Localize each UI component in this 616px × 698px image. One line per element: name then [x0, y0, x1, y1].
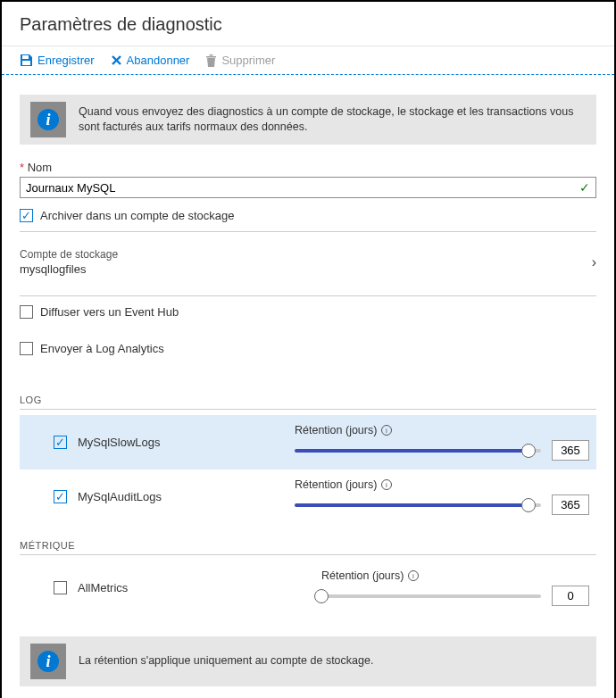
log-row: ✓ MySqlAuditLogs Rétention (jours) i	[20, 469, 596, 524]
retention-slider[interactable]	[321, 594, 541, 598]
trash-icon	[205, 54, 217, 67]
discard-label: Abandonner	[127, 54, 190, 67]
toolbar: Enregistrer Abandonner Supprimer	[2, 46, 614, 75]
metric-section-header: MÉTRIQUE	[20, 540, 596, 555]
retention-label: Rétention (jours) i	[321, 569, 589, 582]
log-row: ✓ MySqlSlowLogs Rétention (jours) i	[20, 415, 596, 469]
storage-account-row[interactable]: Compte de stockage mysqllogfiles ›	[20, 241, 596, 287]
page-title: Paramètres de diagnostic	[20, 14, 596, 35]
delete-button[interactable]: Supprimer	[205, 54, 275, 67]
loganalytics-checkbox[interactable]	[20, 342, 33, 355]
discard-button[interactable]: Abandonner	[111, 54, 190, 67]
svg-text:i: i	[387, 481, 388, 489]
info-banner: i Quand vous envoyez des diagnostics à u…	[20, 95, 596, 145]
log-name: MySqlAuditLogs	[78, 490, 162, 503]
metric-name: AllMetrics	[78, 581, 128, 594]
valid-check-icon: ✓	[579, 180, 590, 195]
retention-input[interactable]	[552, 440, 589, 461]
loganalytics-label: Envoyer à Log Analytics	[40, 342, 164, 355]
footer-banner-text: La rétention s'applique uniquement au co…	[79, 653, 373, 669]
storage-value: mysqllogfiles	[20, 262, 118, 276]
svg-text:i: i	[46, 652, 50, 670]
svg-text:i: i	[413, 572, 415, 580]
eventhub-label: Diffuser vers un Event Hub	[40, 305, 179, 319]
log-checkbox-mysqlslowlogs[interactable]: ✓	[54, 436, 67, 449]
retention-input[interactable]	[552, 494, 589, 515]
info-icon[interactable]: i	[381, 479, 392, 490]
save-button[interactable]: Enregistrer	[20, 54, 95, 67]
save-icon	[20, 54, 33, 67]
retention-slider[interactable]	[295, 503, 541, 507]
archive-checkbox[interactable]: ✓	[20, 209, 33, 222]
retention-input[interactable]	[552, 586, 589, 606]
svg-text:i: i	[46, 111, 50, 129]
info-icon[interactable]: i	[381, 425, 392, 436]
retention-label: Rétention (jours) i	[295, 478, 589, 491]
chevron-right-icon: ›	[592, 254, 596, 270]
footer-banner: i La rétention s'applique uniquement au …	[20, 636, 596, 686]
eventhub-checkbox[interactable]	[20, 305, 33, 319]
delete-label: Supprimer	[221, 54, 275, 67]
info-icon: i	[37, 108, 60, 131]
retention-label: Rétention (jours) i	[295, 424, 589, 436]
info-banner-text: Quand vous envoyez des diagnostics à un …	[79, 104, 586, 136]
close-icon	[111, 54, 122, 66]
info-icon: i	[37, 650, 60, 673]
svg-text:i: i	[387, 427, 388, 435]
log-checkbox-mysqlauditlogs[interactable]: ✓	[54, 490, 67, 503]
metric-checkbox-allmetrics[interactable]	[54, 581, 67, 594]
name-input-wrapper: ✓	[20, 177, 596, 198]
name-label: * Nom	[20, 161, 596, 174]
storage-label: Compte de stockage	[20, 248, 118, 261]
log-name: MySqlSlowLogs	[78, 436, 161, 449]
log-section-header: LOG	[20, 395, 596, 410]
name-input[interactable]	[26, 181, 579, 195]
save-label: Enregistrer	[37, 54, 95, 67]
archive-label: Archiver dans un compte de stockage	[40, 209, 235, 222]
retention-slider[interactable]	[295, 449, 541, 453]
metric-row: AllMetrics Rétention (jours) i	[20, 561, 596, 615]
info-icon[interactable]: i	[408, 570, 419, 581]
